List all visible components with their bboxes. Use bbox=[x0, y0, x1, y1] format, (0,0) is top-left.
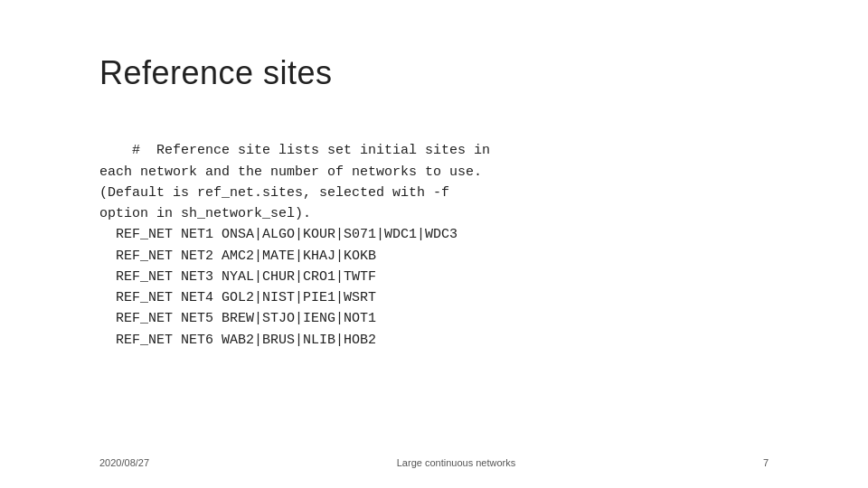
footer: 2020/08/27 Large continuous networks 7 bbox=[99, 457, 769, 468]
code-comment: # Reference site lists set initial sites… bbox=[99, 143, 490, 221]
slide-title: Reference sites bbox=[99, 54, 769, 92]
code-block: # Reference site lists set initial sites… bbox=[99, 119, 769, 392]
code-line-2: REF_NET NET2 AMC2|MATE|KHAJ|KOKB bbox=[99, 249, 376, 264]
footer-center: Large continuous networks bbox=[397, 457, 515, 468]
code-line-4: REF_NET NET4 GOL2|NIST|PIE1|WSRT bbox=[99, 290, 376, 305]
code-line-1: REF_NET NET1 ONSA|ALGO|KOUR|S071|WDC1|WD… bbox=[99, 227, 458, 242]
code-line-3: REF_NET NET3 NYAL|CHUR|CRO1|TWTF bbox=[99, 269, 376, 285]
slide: Reference sites # Reference site lists s… bbox=[0, 0, 868, 488]
footer-date: 2020/08/27 bbox=[99, 457, 149, 468]
code-line-6: REF_NET NET6 WAB2|BRUS|NLIB|HOB2 bbox=[99, 333, 376, 348]
footer-page: 7 bbox=[763, 457, 769, 468]
code-line-5: REF_NET NET5 BREW|STJO|IENG|NOT1 bbox=[99, 311, 376, 326]
